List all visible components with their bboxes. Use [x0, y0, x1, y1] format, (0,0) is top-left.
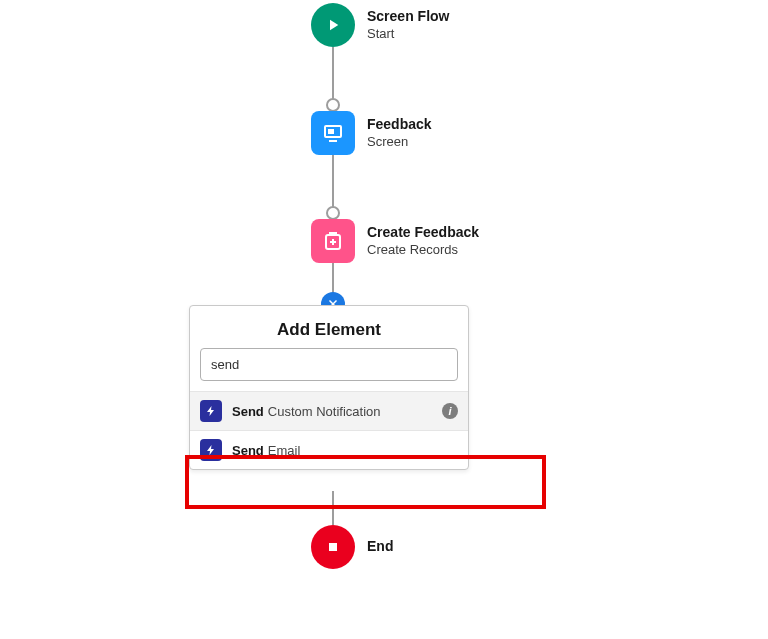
node-subtitle: Screen	[367, 134, 432, 150]
result-send-custom-notification[interactable]: Send Custom Notification i	[190, 391, 468, 430]
connector	[332, 491, 334, 525]
connector-node[interactable]	[326, 98, 340, 112]
bolt-icon	[200, 400, 222, 422]
add-element-panel: Add Element Send Custom Notification i S…	[189, 305, 469, 470]
flow-node-end[interactable]: End	[311, 525, 393, 569]
flow-node-create[interactable]: Create Feedback Create Records	[311, 219, 479, 263]
node-label: Create Feedback Create Records	[367, 224, 479, 258]
result-sub: Custom Notification	[268, 404, 381, 419]
info-icon[interactable]: i	[442, 403, 458, 419]
node-label: Screen Flow Start	[367, 8, 449, 42]
node-subtitle: Create Records	[367, 242, 479, 258]
node-label: End	[367, 538, 393, 556]
result-name: Send	[232, 443, 264, 458]
node-label: Feedback Screen	[367, 116, 432, 150]
panel-title: Add Element	[190, 306, 468, 348]
node-title: Create Feedback	[367, 224, 479, 242]
bolt-icon	[200, 439, 222, 461]
connector-node[interactable]	[326, 206, 340, 220]
node-title: End	[367, 538, 393, 556]
flow-node-start[interactable]: Screen Flow Start	[311, 3, 449, 47]
svg-rect-1	[328, 129, 334, 134]
stop-icon	[311, 525, 355, 569]
flow-node-screen[interactable]: Feedback Screen	[311, 111, 432, 155]
result-name: Send	[232, 404, 264, 419]
search-input[interactable]	[200, 348, 458, 381]
svg-rect-8	[329, 543, 337, 551]
node-title: Feedback	[367, 116, 432, 134]
result-sub: Email	[268, 443, 301, 458]
node-subtitle: Start	[367, 26, 449, 42]
flow-canvas: Screen Flow Start Feedback Screen	[0, 0, 768, 639]
node-title: Screen Flow	[367, 8, 449, 26]
result-send-email[interactable]: Send Email	[190, 430, 468, 469]
create-records-icon	[311, 219, 355, 263]
screen-icon	[311, 111, 355, 155]
play-icon	[311, 3, 355, 47]
